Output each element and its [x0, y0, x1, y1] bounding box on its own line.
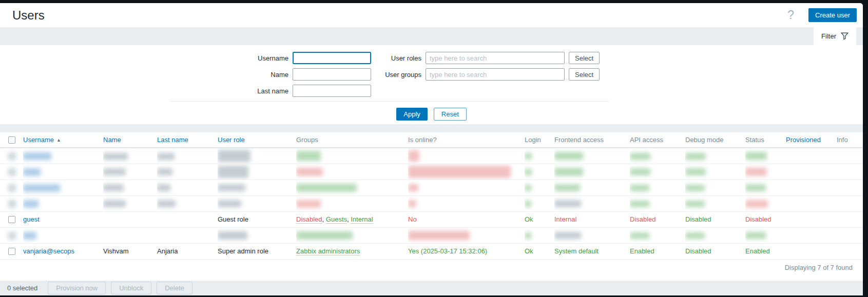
redacted-blob	[8, 200, 16, 208]
user-roles-select-button[interactable]: Select	[569, 52, 600, 64]
cell-link[interactable]: Internal	[351, 215, 373, 224]
redacted-blob	[8, 152, 16, 160]
redacted-blob	[554, 168, 583, 176]
redacted-blob	[23, 232, 36, 240]
redacted-blob	[218, 200, 241, 207]
cell-text: Yes (2025-03-17 15:32:06)	[408, 247, 487, 255]
reset-button[interactable]: Reset	[434, 108, 467, 121]
filter-left-column: Username Name Last name	[231, 52, 371, 101]
user-groups-select-button[interactable]: Select	[569, 68, 600, 81]
redacted-blob	[745, 184, 766, 191]
column-header-user_role[interactable]: User role	[218, 132, 296, 148]
table-summary: Displaying 7 of 7 found	[0, 260, 863, 276]
redacted-blob	[685, 168, 706, 175]
cell-link[interactable]: Disabled	[296, 215, 322, 224]
cell-text: Enabled	[630, 247, 654, 255]
cell-text: Super admin role	[218, 247, 268, 255]
column-header-provisioned[interactable]: Provisioned	[786, 132, 837, 148]
redacted-blob	[23, 184, 60, 192]
cell-text: System default	[554, 247, 599, 255]
help-icon[interactable]: ?	[785, 9, 796, 21]
delete-button[interactable]: Delete	[157, 282, 192, 294]
table-row: guestGuest roleDisabled, Guests, Interna…	[0, 211, 863, 227]
cell-text: Disabled	[745, 215, 771, 223]
column-header-label[interactable]: User role	[218, 136, 245, 144]
redacted-blob	[630, 232, 649, 239]
cell-text: Ok	[525, 247, 533, 255]
redacted-blob	[408, 200, 416, 207]
column-header-label[interactable]: Last name	[157, 136, 188, 144]
redacted-blob	[745, 200, 768, 208]
action-bar: 0 selected Provision nowUnblockDelete	[0, 281, 863, 295]
redacted-blob	[745, 168, 767, 176]
section-divider-band	[0, 124, 863, 132]
last-name-filter-input[interactable]	[293, 85, 371, 97]
redacted-blob	[157, 168, 172, 175]
provision-now-button[interactable]: Provision now	[48, 282, 106, 294]
select-all-checkbox[interactable]	[8, 136, 15, 144]
redacted-blob	[525, 201, 531, 207]
cell-link[interactable]: vanjaria@secops	[23, 247, 74, 255]
row-checkbox[interactable]	[8, 216, 15, 223]
redacted-blob	[554, 200, 581, 207]
row-checkbox[interactable]	[8, 248, 15, 255]
column-header-label[interactable]: Name	[103, 136, 121, 144]
user-groups-search-input[interactable]	[426, 68, 565, 81]
username-filter-input[interactable]	[293, 52, 371, 64]
table-row	[0, 164, 863, 180]
column-header-frontend_access: Frontend access	[554, 132, 630, 148]
column-header-label: Status	[745, 136, 764, 144]
redacted-blob	[23, 168, 41, 176]
redacted-blob	[157, 200, 176, 207]
column-header-login: Login	[525, 132, 554, 148]
cell-text: Guest role	[218, 215, 248, 223]
filter-tab[interactable]: Filter	[814, 27, 856, 45]
table-row	[0, 195, 863, 211]
redacted-blob	[103, 153, 128, 160]
redacted-blob	[685, 232, 705, 239]
unblock-button[interactable]: Unblock	[111, 282, 151, 294]
cell-text: Disabled	[630, 215, 656, 223]
redacted-blob	[630, 201, 649, 207]
column-header-is_online: Is online?	[408, 132, 525, 148]
column-header-label[interactable]: Provisioned	[786, 136, 821, 144]
filter-funnel-icon	[841, 32, 848, 40]
selected-count: 0 selected	[7, 284, 37, 292]
main-content: Users ? Create user Filter Username Name	[0, 3, 863, 295]
cell-link[interactable]: Guests	[326, 215, 347, 224]
cell-link[interactable]: guest	[23, 215, 40, 223]
redacted-blob	[554, 152, 583, 160]
create-user-button[interactable]: Create user	[808, 8, 857, 22]
column-header-name[interactable]: Name	[103, 132, 157, 148]
apply-button[interactable]: Apply	[396, 108, 428, 121]
redacted-blob	[8, 168, 16, 176]
redacted-blob	[554, 232, 581, 239]
users-table: Username▲NameLast nameUser roleGroupsIs …	[0, 132, 863, 260]
filter-panel: Username Name Last name User roles Selec…	[0, 45, 863, 124]
cell-link[interactable]: Zabbix administrators	[296, 247, 360, 255]
redacted-blob	[525, 169, 532, 175]
filter-right-column: User roles Select User groups Select	[371, 52, 600, 85]
redacted-blob	[296, 168, 323, 176]
column-header-debug_mode: Debug mode	[685, 132, 745, 148]
redacted-blob	[157, 153, 175, 160]
redacted-blob	[103, 184, 124, 191]
column-header-label: Login	[525, 136, 541, 144]
table-header-row: Username▲NameLast nameUser roleGroupsIs …	[0, 132, 863, 148]
name-filter-input[interactable]	[293, 68, 371, 81]
column-header-last_name[interactable]: Last name	[157, 132, 218, 148]
sort-ascending-icon: ▲	[56, 137, 61, 143]
column-header-label[interactable]: Username	[23, 136, 54, 144]
redacted-blob	[554, 184, 580, 191]
redacted-blob	[8, 232, 16, 240]
redacted-blob	[23, 200, 38, 208]
column-header-username[interactable]: Username▲	[23, 132, 103, 148]
redacted-blob	[296, 184, 357, 192]
redacted-blob	[218, 184, 245, 191]
redacted-blob	[630, 153, 650, 160]
user-roles-search-input[interactable]	[426, 52, 565, 64]
filter-divider	[170, 101, 609, 102]
page-title: Users	[12, 8, 45, 23]
column-header-status: Status	[745, 132, 786, 148]
cell-text: No	[408, 215, 417, 223]
